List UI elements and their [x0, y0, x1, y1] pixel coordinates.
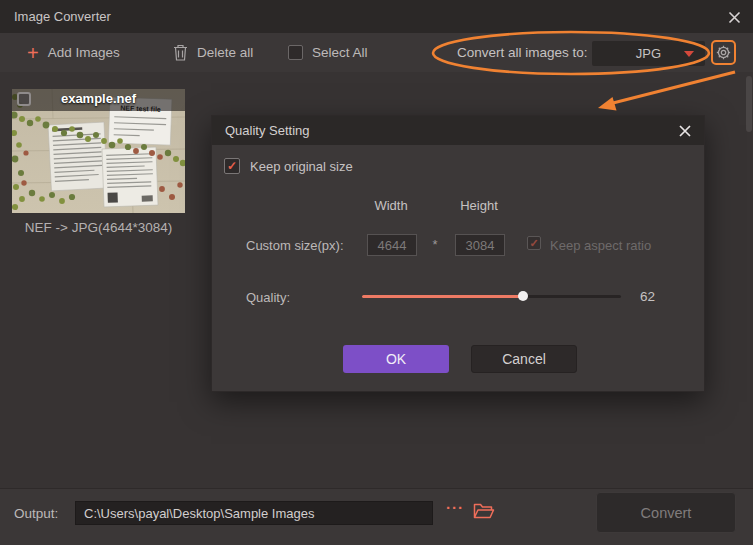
output-path-input[interactable] — [75, 501, 433, 525]
title-bar: Image Converter — [0, 0, 753, 33]
file-name: example.nef — [12, 91, 185, 106]
trash-icon — [173, 44, 188, 61]
quality-label: Quality: — [246, 290, 290, 305]
convert-to-label: Convert all images to: — [457, 33, 588, 72]
file-checkbox[interactable] — [17, 92, 31, 106]
open-folder-button[interactable] — [473, 502, 495, 521]
add-images-label: Add Images — [48, 45, 120, 60]
thumbnail-header-overlay: example.nef — [12, 89, 185, 111]
quality-setting-dialog: Quality Setting ✓ Keep original size Wid… — [211, 115, 705, 392]
keep-aspect-ratio-label: Keep aspect ratio — [550, 238, 651, 253]
close-icon — [678, 124, 692, 138]
width-input[interactable] — [367, 234, 417, 256]
scrollbar-thumb[interactable] — [746, 76, 752, 132]
footer-bar: Output: ··· Convert — [0, 488, 753, 545]
file-thumbnail-item[interactable]: NEF test file — [12, 89, 185, 213]
chevron-down-icon — [684, 51, 694, 57]
dialog-close-button[interactable] — [674, 120, 696, 142]
height-input[interactable] — [455, 234, 505, 256]
convert-button[interactable]: Convert — [596, 492, 736, 533]
keep-original-size-label: Keep original size — [250, 159, 353, 174]
quality-slider-thumb[interactable] — [518, 291, 528, 301]
annotation-arrow-line — [613, 72, 735, 103]
gear-icon — [715, 44, 732, 61]
width-column-label: Width — [361, 198, 421, 213]
delete-all-label: Delete all — [197, 45, 253, 60]
dialog-title: Quality Setting — [225, 123, 310, 138]
multiply-sign: * — [427, 237, 443, 252]
delete-all-button[interactable]: Delete all — [173, 33, 253, 72]
height-column-label: Height — [449, 198, 509, 213]
browse-button[interactable]: ··· — [446, 499, 464, 516]
dialog-header: Quality Setting — [212, 116, 704, 145]
window-close-button[interactable] — [723, 6, 745, 28]
quality-slider-fill — [362, 295, 523, 298]
toolbar: + Add Images Delete all Select All Conve… — [0, 33, 753, 72]
keep-original-size-checkbox[interactable]: ✓ — [224, 158, 240, 174]
conversion-info: NEF -> JPG(4644*3084) — [0, 220, 197, 235]
quality-value: 62 — [640, 289, 655, 304]
cancel-button[interactable]: Cancel — [471, 345, 577, 373]
select-all-label: Select All — [312, 45, 368, 60]
output-label: Output: — [14, 506, 58, 521]
quality-slider[interactable] — [362, 295, 621, 298]
select-all-toggle[interactable]: Select All — [288, 33, 368, 72]
format-dropdown[interactable]: JPG — [592, 41, 705, 66]
image-converter-window: Image Converter + Add Images Delete all … — [0, 0, 753, 545]
ok-button[interactable]: OK — [343, 345, 449, 373]
select-all-checkbox[interactable] — [288, 45, 303, 60]
add-images-button[interactable]: + Add Images — [27, 33, 120, 72]
format-selected-value: JPG — [636, 46, 661, 61]
keep-original-size-toggle[interactable]: ✓ Keep original size — [224, 158, 353, 174]
close-icon — [728, 11, 741, 24]
folder-icon — [473, 502, 495, 521]
annotation-arrow-head — [598, 97, 617, 111]
plus-icon: + — [27, 44, 39, 62]
settings-button[interactable] — [711, 40, 736, 65]
custom-size-label: Custom size(px): — [246, 238, 344, 253]
window-title: Image Converter — [14, 9, 111, 24]
keep-aspect-ratio-checkbox[interactable]: ✓ — [527, 236, 541, 250]
